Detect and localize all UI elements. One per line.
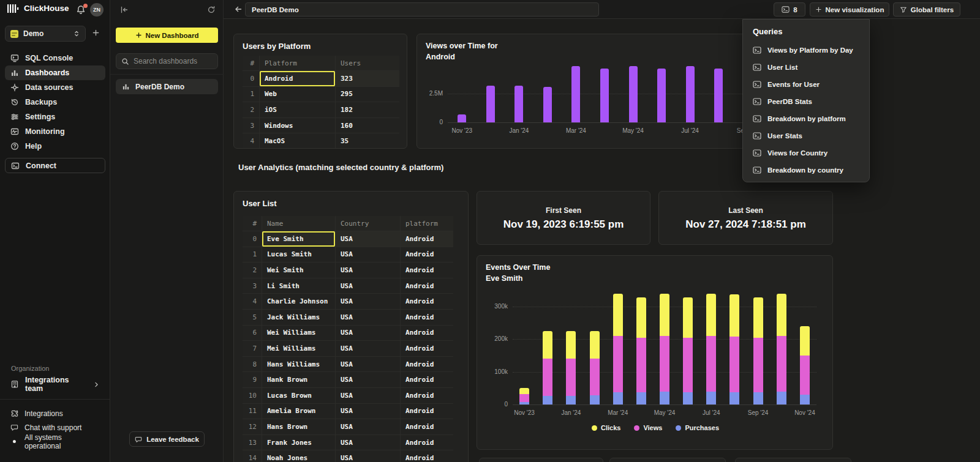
table-cell[interactable]: USA xyxy=(336,404,401,419)
table-cell[interactable]: 8 xyxy=(243,357,262,372)
bar[interactable] xyxy=(458,114,466,122)
table-row[interactable]: 12Hans BrownUSAAndroid xyxy=(243,419,453,435)
table-row[interactable]: 2Wei SmithUSAAndroid xyxy=(243,263,453,278)
column-header[interactable]: platform xyxy=(401,216,453,231)
sidebar-item-sql-console[interactable]: SQL Console xyxy=(5,51,105,65)
table-cell[interactable]: Amelia Brown xyxy=(262,404,336,419)
bar-segment-views[interactable] xyxy=(636,338,646,392)
table-cell[interactable]: Android xyxy=(401,247,453,263)
table-row[interactable]: 6Wei WilliamsUSAAndroid xyxy=(243,326,453,341)
bar-segment-purchases[interactable] xyxy=(683,392,693,404)
bar-segment-purchases[interactable] xyxy=(613,392,623,404)
bar-segment-views[interactable] xyxy=(777,336,786,392)
query-menu-item[interactable]: Events for User xyxy=(747,76,867,93)
bar-segment-views[interactable] xyxy=(729,337,739,392)
table-row[interactable]: 5Jack WilliamsUSAAndroid xyxy=(243,310,453,326)
table-cell[interactable]: Frank Jones xyxy=(262,435,336,450)
table-cell[interactable]: USA xyxy=(336,388,401,403)
partial-card[interactable] xyxy=(735,458,851,462)
organization-team-item[interactable]: Integrations team xyxy=(5,377,105,392)
dashboard-list-item[interactable]: PeerDB Demo xyxy=(116,79,218,94)
sidebar-item-data-sources[interactable]: Data sources xyxy=(5,80,105,95)
back-arrow-icon[interactable] xyxy=(234,5,243,13)
table-cell[interactable]: Windows xyxy=(260,118,336,133)
bar[interactable] xyxy=(600,69,609,122)
bar-segment-clicks[interactable] xyxy=(636,297,646,338)
table-row[interactable]: 8Hans WilliamsUSAAndroid xyxy=(243,357,453,373)
table-cell[interactable]: 2 xyxy=(243,263,262,278)
table-cell[interactable]: Android xyxy=(401,404,453,419)
table-cell[interactable]: Android xyxy=(401,372,453,387)
partial-card[interactable] xyxy=(479,458,603,462)
table-cell[interactable]: 14 xyxy=(243,450,262,462)
table-cell[interactable]: USA xyxy=(336,278,401,294)
table-cell[interactable]: Android xyxy=(401,263,453,278)
query-menu-item[interactable]: User List xyxy=(747,59,867,76)
bar-segment-clicks[interactable] xyxy=(800,326,810,356)
table-cell[interactable]: 3 xyxy=(243,278,262,294)
partial-card[interactable] xyxy=(609,458,726,462)
bar-segment-views[interactable] xyxy=(753,338,763,392)
bar-segment-views[interactable] xyxy=(800,356,810,395)
table-cell[interactable]: 9 xyxy=(243,372,262,387)
integrations-item[interactable]: Integrations xyxy=(5,406,105,420)
table-cell[interactable]: USA xyxy=(336,326,401,341)
table-cell[interactable]: USA xyxy=(336,419,401,434)
bar-segment-purchases[interactable] xyxy=(543,396,552,404)
bar-segment-clicks[interactable] xyxy=(590,331,600,359)
bar-segment-clicks[interactable] xyxy=(706,294,716,336)
bar-segment-clicks[interactable] xyxy=(613,294,623,336)
new-visualization-button[interactable]: New visualization xyxy=(810,2,889,17)
bar[interactable] xyxy=(571,66,580,122)
query-menu-item[interactable]: Views by Platform by Day xyxy=(747,42,867,59)
bar-segment-views[interactable] xyxy=(543,359,552,395)
bar-segment-purchases[interactable] xyxy=(706,392,716,404)
table-cell[interactable]: Android xyxy=(401,278,453,294)
table-cell[interactable]: USA xyxy=(336,310,401,325)
table-row[interactable]: 4MacOS35 xyxy=(243,133,399,149)
table-cell[interactable]: Wei Smith xyxy=(262,263,336,278)
bar-segment-clicks[interactable] xyxy=(683,297,693,338)
query-menu-item[interactable]: Breakdown by country xyxy=(747,162,867,179)
sidebar-item-backups[interactable]: Backups xyxy=(5,95,105,110)
table-cell[interactable]: 1 xyxy=(243,87,260,102)
bar-segment-clicks[interactable] xyxy=(729,294,739,337)
connect-button[interactable]: Connect xyxy=(5,158,105,173)
bar-segment-clicks[interactable] xyxy=(566,331,576,359)
table-cell[interactable]: USA xyxy=(336,294,401,309)
table-row[interactable]: 0Android323 xyxy=(243,71,399,87)
table-cell[interactable]: Wei Williams xyxy=(262,326,336,341)
bar-segment-views[interactable] xyxy=(683,338,693,392)
table-row[interactable]: 1Web295 xyxy=(243,87,399,103)
table-cell[interactable]: Android xyxy=(401,310,453,325)
bar-segment-views[interactable] xyxy=(519,394,529,402)
table-row[interactable]: 0Eve SmithUSAAndroid xyxy=(243,231,453,247)
table-cell[interactable]: Hans Brown xyxy=(262,419,336,434)
table-cell[interactable]: Eve Smith xyxy=(262,231,336,247)
bar-segment-views[interactable] xyxy=(590,359,600,395)
table-cell[interactable]: Mei Williams xyxy=(262,341,336,356)
column-header[interactable]: Platform xyxy=(260,56,336,70)
collapse-sidebar-icon[interactable] xyxy=(120,6,129,14)
table-cell[interactable]: 13 xyxy=(243,435,262,450)
bar-segment-views[interactable] xyxy=(660,336,669,392)
new-dashboard-button[interactable]: New Dashboard xyxy=(116,28,218,43)
sidebar-item-settings[interactable]: Settings xyxy=(5,110,105,124)
bar[interactable] xyxy=(486,86,495,122)
table-cell[interactable]: 7 xyxy=(243,341,262,356)
bar-segment-clicks[interactable] xyxy=(753,297,763,338)
table-cell[interactable]: Android xyxy=(401,357,453,372)
column-header[interactable]: Name xyxy=(262,216,336,231)
table-cell[interactable]: Jack Williams xyxy=(262,310,336,325)
query-menu-item[interactable]: PeerDB Stats xyxy=(747,93,867,110)
table-cell[interactable]: 323 xyxy=(336,71,399,86)
table-cell[interactable]: Li Smith xyxy=(262,278,336,294)
table-cell[interactable]: 6 xyxy=(243,326,262,341)
dashboard-title-input[interactable] xyxy=(245,2,599,17)
avatar[interactable]: ZN xyxy=(90,3,104,17)
legend-item[interactable]: Purchases xyxy=(676,424,719,431)
query-menu-item[interactable]: Views for Country xyxy=(747,144,867,162)
sidebar-item-help[interactable]: Help xyxy=(5,139,105,154)
table-cell[interactable]: Android xyxy=(401,435,453,450)
table-cell[interactable]: 3 xyxy=(243,118,260,133)
